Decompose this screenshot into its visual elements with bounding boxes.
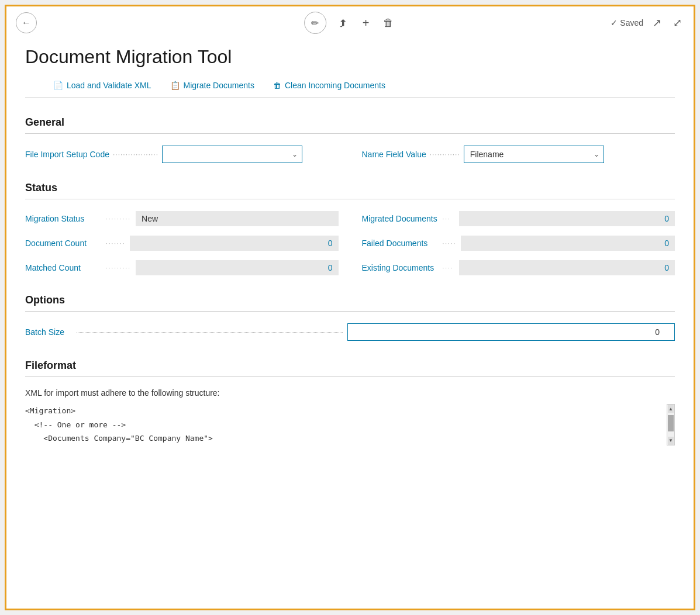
tab-migrate-documents[interactable]: 📋 Migrate Documents [161, 75, 264, 97]
load-validate-icon: 📄 [53, 81, 63, 90]
existing-docs-dots: ···· [443, 265, 454, 271]
document-count-value: 0 [130, 236, 338, 251]
clean-incoming-icon: 🗑 [273, 81, 281, 90]
fileformat-section: Fileformat XML for import must adhere to… [25, 360, 675, 445]
fileformat-intro: XML for import must adhere to the follow… [25, 386, 675, 399]
delete-button[interactable]: 🗑 [381, 15, 396, 32]
toolbar-right: ✓ Saved ↗ ⤢ [611, 14, 684, 32]
fileformat-content: XML for import must adhere to the follow… [25, 386, 675, 445]
toolbar-center: ✏ ⮭︎ + 🗑 [304, 12, 396, 34]
file-import-label: File Import Setup Code [25, 150, 109, 159]
migration-status-label: Migration Status [25, 214, 101, 223]
general-section: General File Import Setup Code ·········… [25, 116, 675, 163]
tab-clean-incoming[interactable]: 🗑 Clean Incoming Documents [264, 75, 395, 97]
edit-button[interactable]: ✏ [304, 12, 326, 34]
name-field-label-area: Name Field Value ············ [362, 150, 464, 159]
share-button[interactable]: ⮭︎ [336, 15, 351, 32]
status-grid: Migration Status ········· New Migrated … [25, 211, 675, 275]
toolbar: ← ✏ ⮭︎ + 🗑 ✓ Saved ↗ [6, 6, 694, 39]
expand-button[interactable]: ⤢ [671, 14, 684, 32]
scrollbar[interactable]: ▲ ▼ [667, 404, 675, 445]
failed-docs-value: 0 [461, 236, 675, 251]
existing-docs-value: 0 [459, 260, 675, 275]
existing-docs-field: Existing Documents ···· 0 [362, 260, 675, 275]
status-section: Status Migration Status ········· New Mi… [25, 182, 675, 275]
general-form-row: File Import Setup Code ·················… [25, 146, 675, 163]
matched-count-value: 0 [136, 260, 338, 275]
name-field-group: Name Field Value ············ Filename T… [362, 146, 675, 163]
migrated-docs-dots: ··· [443, 216, 454, 222]
tab-bar: 📄 Load and Validate XML 📋 Migrate Docume… [25, 75, 675, 98]
migration-status-value: New [136, 211, 338, 226]
toolbar-left: ← [16, 12, 37, 33]
trash-icon: 🗑 [383, 17, 394, 29]
fileformat-scroll-area: <Migration> <!-- One or more --> <Docume… [25, 404, 675, 445]
migrated-docs-value: 0 [459, 211, 675, 226]
name-field-dots: ············ [430, 150, 460, 158]
options-section: Options Batch Size [25, 294, 675, 341]
scrollbar-track [667, 413, 674, 436]
file-import-select-wrapper: ⌄ [162, 146, 302, 163]
back-button[interactable]: ← [16, 12, 37, 33]
migrate-docs-icon: 📋 [170, 81, 180, 90]
document-count-dots: ······· [106, 240, 125, 247]
migration-status-field: Migration Status ········· New [25, 211, 339, 226]
name-field-label: Name Field Value [362, 150, 426, 159]
fileformat-section-header: Fileformat [25, 360, 675, 377]
app-window: ← ✏ ⮭︎ + 🗑 ✓ Saved ↗ [5, 5, 695, 610]
scrollbar-thumb[interactable] [668, 415, 674, 431]
matched-count-field: Matched Count ········· 0 [25, 260, 339, 275]
matched-count-dots: ········· [106, 265, 131, 271]
scrollbar-up-arrow[interactable]: ▲ [668, 405, 674, 413]
fileformat-code[interactable]: <Migration> <!-- One or more --> <Docume… [25, 404, 667, 445]
add-icon: + [363, 16, 370, 30]
tab-load-validate[interactable]: 📄 Load and Validate XML [44, 75, 161, 97]
checkmark-icon: ✓ [611, 18, 618, 27]
file-import-select[interactable] [162, 146, 302, 163]
matched-count-label: Matched Count [25, 263, 101, 272]
document-count-field: Document Count ······· 0 [25, 236, 339, 251]
file-import-field-group: File Import Setup Code ·················… [25, 146, 339, 163]
file-import-dots: ·················· [113, 150, 158, 158]
status-section-header: Status [25, 182, 675, 199]
general-section-header: General [25, 116, 675, 134]
page-title-area: Document Migration Tool 📄 Load and Valid… [6, 39, 694, 102]
fileformat-xml: <Migration> <!-- One or more --> <Docume… [25, 404, 657, 445]
scrollbar-down-arrow[interactable]: ▼ [668, 437, 674, 445]
saved-status: ✓ Saved [611, 18, 643, 27]
expand-icon: ⤢ [673, 16, 682, 29]
add-button[interactable]: + [360, 14, 372, 32]
failed-docs-dots: ····· [443, 240, 457, 247]
main-content: General File Import Setup Code ·········… [6, 102, 694, 478]
external-link-icon: ↗ [653, 16, 661, 29]
document-count-label: Document Count [25, 239, 101, 248]
page-title: Document Migration Tool [25, 46, 675, 68]
options-section-header: Options [25, 294, 675, 312]
batch-size-row: Batch Size [25, 323, 675, 341]
migrated-docs-label: Migrated Documents [362, 214, 438, 223]
batch-size-dots [77, 332, 343, 333]
failed-docs-field: Failed Documents ····· 0 [362, 236, 675, 251]
back-icon: ← [22, 18, 31, 28]
edit-icon: ✏ [311, 18, 319, 29]
open-external-button[interactable]: ↗ [650, 14, 664, 32]
batch-size-input[interactable] [347, 323, 675, 341]
existing-docs-label: Existing Documents [362, 263, 438, 272]
file-import-label-area: File Import Setup Code ·················… [25, 150, 162, 159]
migration-status-dots: ········· [106, 216, 131, 222]
migrated-docs-field: Migrated Documents ··· 0 [362, 211, 675, 226]
share-icon: ⮭︎ [338, 17, 349, 29]
batch-size-label: Batch Size [25, 327, 72, 337]
name-field-select-wrapper: Filename Title Description ⌄ [464, 146, 604, 163]
name-field-select[interactable]: Filename Title Description [464, 146, 604, 163]
failed-docs-label: Failed Documents [362, 239, 438, 248]
